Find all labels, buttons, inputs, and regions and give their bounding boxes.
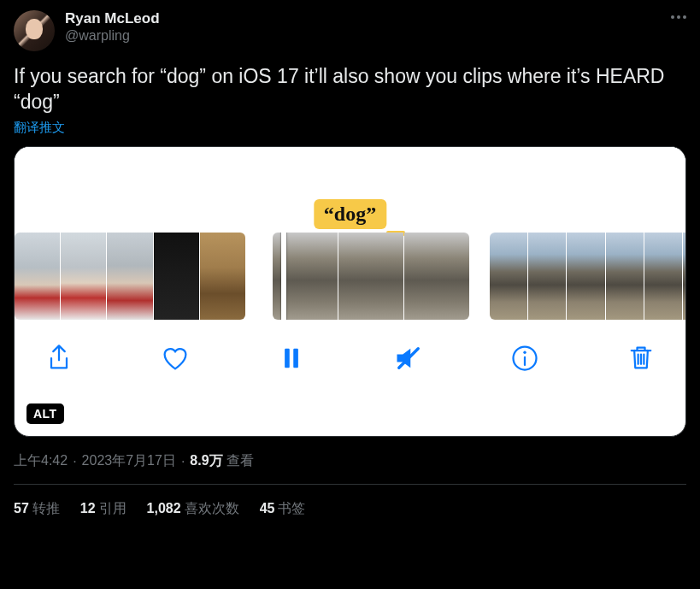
trash-icon[interactable] — [622, 339, 660, 377]
tweet-text: If you search for “dog” on iOS 17 it’ll … — [14, 63, 686, 115]
stat-retweets[interactable]: 57转推 — [14, 500, 60, 518]
mute-icon[interactable] — [390, 339, 427, 377]
tweet-container: Ryan McLeod @warpling If you search for … — [0, 0, 700, 518]
count: 57 — [14, 501, 29, 515]
author-display-name: Ryan McLeod — [65, 10, 661, 27]
views-count[interactable]: 8.9万 — [190, 452, 222, 470]
more-icon[interactable] — [671, 10, 686, 19]
playhead[interactable] — [281, 233, 286, 320]
video-frame — [490, 233, 527, 320]
svg-rect-0 — [285, 349, 291, 368]
author-block[interactable]: Ryan McLeod @warpling — [65, 10, 661, 44]
avatar[interactable] — [14, 10, 55, 51]
pause-icon[interactable] — [273, 339, 310, 377]
stat-bookmarks[interactable]: 45书签 — [260, 500, 306, 518]
video-frame — [107, 233, 152, 320]
svg-point-4 — [523, 351, 526, 354]
label: 转推 — [32, 501, 60, 515]
tweet-date[interactable]: 2023年7月17日 — [82, 452, 176, 470]
tweet-stats: 57转推 12引用 1,082喜欢次数 45书签 — [14, 485, 686, 518]
count: 1,082 — [147, 501, 181, 515]
video-frame — [200, 233, 245, 320]
media-toolbar — [15, 320, 685, 397]
label: 喜欢次数 — [185, 501, 239, 515]
label: 书签 — [278, 501, 305, 515]
video-frame — [606, 233, 644, 320]
count: 12 — [80, 501, 96, 515]
separator: · — [71, 454, 78, 469]
stat-likes[interactable]: 1,082喜欢次数 — [147, 500, 239, 518]
tweet-meta: 上午4:42 · 2023年7月17日 · 8.9万 查看 — [14, 452, 686, 470]
video-frame — [15, 233, 60, 320]
video-frame — [338, 233, 403, 320]
clip-group[interactable] — [490, 233, 685, 320]
video-frame — [644, 233, 682, 320]
count: 45 — [260, 501, 275, 515]
attached-media[interactable]: “dog” — [14, 146, 686, 437]
media-preview-area: “dog” — [15, 147, 685, 233]
translate-link[interactable]: 翻译推文 — [14, 120, 686, 136]
stat-quotes[interactable]: 12引用 — [80, 500, 126, 518]
tweet-header: Ryan McLeod @warpling — [14, 10, 686, 51]
label: 引用 — [99, 501, 126, 515]
video-frame — [683, 233, 685, 320]
svg-rect-1 — [294, 349, 299, 368]
video-frame — [61, 233, 106, 320]
info-icon[interactable] — [506, 339, 544, 377]
video-frame — [404, 233, 469, 320]
video-frame — [154, 233, 199, 320]
separator: · — [179, 454, 186, 469]
video-frame — [528, 233, 566, 320]
share-icon[interactable] — [40, 339, 78, 377]
video-filmstrip[interactable] — [15, 233, 685, 320]
search-term-tooltip: “dog” — [314, 199, 386, 229]
heart-icon[interactable] — [156, 339, 194, 377]
author-handle: @warpling — [65, 27, 661, 44]
clip-group[interactable] — [15, 233, 245, 320]
video-frame — [567, 233, 604, 320]
tweet-time[interactable]: 上午4:42 — [14, 452, 68, 470]
views-label: 查看 — [226, 452, 254, 470]
alt-badge[interactable]: ALT — [26, 403, 64, 424]
clip-group-active[interactable] — [273, 233, 469, 320]
